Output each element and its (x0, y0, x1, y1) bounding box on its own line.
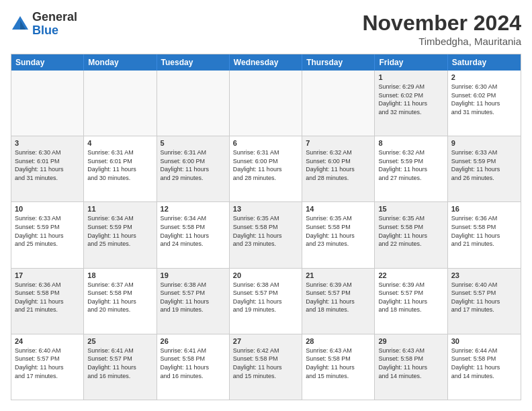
cal-cell-empty-0-2 (157, 71, 230, 136)
cal-cell-day-1: 1Sunrise: 6:29 AM Sunset: 6:02 PM Daylig… (375, 71, 447, 136)
day-number: 30 (451, 337, 517, 345)
cal-cell-day-19: 19Sunrise: 6:38 AM Sunset: 5:57 PM Dayli… (157, 269, 230, 334)
cal-row-2: 10Sunrise: 6:33 AM Sunset: 5:59 PM Dayli… (11, 201, 521, 267)
day-number: 9 (451, 139, 517, 147)
day-info: Sunrise: 6:42 AM Sunset: 5:58 PM Dayligh… (233, 347, 298, 380)
day-number: 28 (306, 337, 371, 345)
day-number: 11 (87, 205, 152, 213)
cal-cell-day-21: 21Sunrise: 6:39 AM Sunset: 5:57 PM Dayli… (302, 269, 375, 334)
day-number: 18 (87, 271, 152, 279)
day-number: 25 (87, 337, 152, 345)
day-info: Sunrise: 6:43 AM Sunset: 5:58 PM Dayligh… (306, 347, 371, 380)
cal-cell-day-10: 10Sunrise: 6:33 AM Sunset: 5:59 PM Dayli… (11, 202, 84, 267)
day-number: 26 (161, 337, 226, 345)
day-number: 10 (15, 205, 80, 213)
calendar-body: 1Sunrise: 6:29 AM Sunset: 6:02 PM Daylig… (11, 71, 521, 400)
day-number: 17 (15, 271, 80, 279)
logo: General Blue (11, 11, 77, 38)
logo-general: General (32, 10, 77, 24)
cal-cell-day-14: 14Sunrise: 6:35 AM Sunset: 5:58 PM Dayli… (302, 202, 375, 267)
day-info: Sunrise: 6:38 AM Sunset: 5:57 PM Dayligh… (161, 281, 226, 314)
day-info: Sunrise: 6:30 AM Sunset: 6:02 PM Dayligh… (451, 83, 517, 116)
header-day-saturday: Saturday (448, 54, 521, 71)
cal-cell-day-26: 26Sunrise: 6:41 AM Sunset: 5:58 PM Dayli… (157, 334, 230, 400)
month-title: November 2024 (362, 11, 521, 36)
cal-cell-empty-0-3 (230, 71, 302, 136)
calendar: SundayMondayTuesdayWednesdayThursdayFrid… (11, 54, 521, 400)
calendar-header: SundayMondayTuesdayWednesdayThursdayFrid… (11, 54, 521, 71)
day-info: Sunrise: 6:35 AM Sunset: 5:58 PM Dayligh… (306, 214, 371, 248)
day-number: 19 (161, 271, 226, 279)
day-number: 6 (233, 139, 298, 147)
day-info: Sunrise: 6:35 AM Sunset: 5:58 PM Dayligh… (233, 214, 298, 248)
header-day-friday: Friday (375, 54, 447, 71)
day-number: 13 (233, 205, 298, 213)
cal-cell-day-18: 18Sunrise: 6:37 AM Sunset: 5:58 PM Dayli… (84, 269, 157, 334)
day-info: Sunrise: 6:33 AM Sunset: 5:59 PM Dayligh… (15, 214, 80, 248)
day-info: Sunrise: 6:40 AM Sunset: 5:57 PM Dayligh… (451, 281, 517, 314)
day-number: 21 (306, 271, 371, 279)
day-number: 23 (451, 271, 517, 279)
cal-cell-day-25: 25Sunrise: 6:41 AM Sunset: 5:57 PM Dayli… (84, 334, 157, 400)
day-number: 1 (378, 73, 443, 81)
header-day-monday: Monday (84, 54, 157, 71)
day-info: Sunrise: 6:39 AM Sunset: 5:57 PM Dayligh… (378, 281, 443, 314)
cal-cell-empty-0-0 (11, 71, 84, 136)
day-info: Sunrise: 6:31 AM Sunset: 6:00 PM Dayligh… (161, 148, 226, 182)
day-number: 8 (378, 139, 443, 147)
day-info: Sunrise: 6:34 AM Sunset: 5:59 PM Dayligh… (87, 214, 152, 248)
day-number: 16 (451, 205, 517, 213)
day-info: Sunrise: 6:31 AM Sunset: 6:01 PM Dayligh… (87, 148, 152, 182)
day-number: 7 (306, 139, 371, 147)
day-info: Sunrise: 6:41 AM Sunset: 5:57 PM Dayligh… (87, 347, 152, 380)
cal-cell-day-17: 17Sunrise: 6:36 AM Sunset: 5:58 PM Dayli… (11, 269, 84, 334)
cal-cell-day-11: 11Sunrise: 6:34 AM Sunset: 5:59 PM Dayli… (84, 202, 157, 267)
day-info: Sunrise: 6:43 AM Sunset: 5:58 PM Dayligh… (378, 347, 443, 380)
day-info: Sunrise: 6:38 AM Sunset: 5:57 PM Dayligh… (233, 281, 298, 314)
day-info: Sunrise: 6:36 AM Sunset: 5:58 PM Dayligh… (451, 214, 517, 248)
day-info: Sunrise: 6:34 AM Sunset: 5:58 PM Dayligh… (161, 214, 226, 248)
logo-blue: Blue (32, 24, 58, 37)
cal-cell-day-13: 13Sunrise: 6:35 AM Sunset: 5:58 PM Dayli… (230, 202, 302, 267)
day-info: Sunrise: 6:37 AM Sunset: 5:58 PM Dayligh… (87, 281, 152, 314)
cal-cell-day-16: 16Sunrise: 6:36 AM Sunset: 5:58 PM Dayli… (448, 202, 521, 267)
day-number: 20 (233, 271, 298, 279)
header-day-wednesday: Wednesday (230, 54, 302, 71)
logo-text: General Blue (32, 11, 77, 38)
cal-row-4: 24Sunrise: 6:40 AM Sunset: 5:57 PM Dayli… (11, 334, 521, 400)
cal-cell-day-7: 7Sunrise: 6:32 AM Sunset: 6:00 PM Daylig… (302, 136, 375, 201)
cal-cell-empty-0-4 (302, 71, 375, 136)
logo-icon (11, 15, 30, 34)
cal-row-1: 3Sunrise: 6:30 AM Sunset: 6:01 PM Daylig… (11, 136, 521, 201)
cal-cell-day-8: 8Sunrise: 6:32 AM Sunset: 5:59 PM Daylig… (375, 136, 447, 201)
cal-cell-day-5: 5Sunrise: 6:31 AM Sunset: 6:00 PM Daylig… (157, 136, 230, 201)
cal-cell-day-20: 20Sunrise: 6:38 AM Sunset: 5:57 PM Dayli… (230, 269, 302, 334)
day-number: 29 (378, 337, 443, 345)
day-number: 5 (161, 139, 226, 147)
cal-cell-day-2: 2Sunrise: 6:30 AM Sunset: 6:02 PM Daylig… (448, 71, 521, 136)
page: General Blue November 2024 Timbedgha, Ma… (0, 0, 532, 411)
day-info: Sunrise: 6:41 AM Sunset: 5:58 PM Dayligh… (161, 347, 226, 380)
cal-cell-day-30: 30Sunrise: 6:44 AM Sunset: 5:58 PM Dayli… (448, 334, 521, 400)
header-day-sunday: Sunday (11, 54, 84, 71)
day-info: Sunrise: 6:40 AM Sunset: 5:57 PM Dayligh… (15, 347, 80, 380)
cal-row-0: 1Sunrise: 6:29 AM Sunset: 6:02 PM Daylig… (11, 71, 521, 136)
location: Timbedgha, Mauritania (362, 36, 521, 47)
day-info: Sunrise: 6:31 AM Sunset: 6:00 PM Dayligh… (233, 148, 298, 182)
cal-cell-day-29: 29Sunrise: 6:43 AM Sunset: 5:58 PM Dayli… (375, 334, 447, 400)
cal-cell-day-24: 24Sunrise: 6:40 AM Sunset: 5:57 PM Dayli… (11, 334, 84, 400)
title-section: November 2024 Timbedgha, Mauritania (362, 11, 521, 47)
cal-cell-day-28: 28Sunrise: 6:43 AM Sunset: 5:58 PM Dayli… (302, 334, 375, 400)
cal-cell-day-23: 23Sunrise: 6:40 AM Sunset: 5:57 PM Dayli… (448, 269, 521, 334)
day-number: 15 (378, 205, 443, 213)
cal-cell-day-4: 4Sunrise: 6:31 AM Sunset: 6:01 PM Daylig… (84, 136, 157, 201)
header-day-thursday: Thursday (302, 54, 375, 71)
day-info: Sunrise: 6:36 AM Sunset: 5:58 PM Dayligh… (15, 281, 80, 314)
day-info: Sunrise: 6:30 AM Sunset: 6:01 PM Dayligh… (15, 148, 80, 182)
day-info: Sunrise: 6:32 AM Sunset: 6:00 PM Dayligh… (306, 148, 371, 182)
day-info: Sunrise: 6:29 AM Sunset: 6:02 PM Dayligh… (378, 83, 443, 116)
day-number: 14 (306, 205, 371, 213)
cal-cell-day-27: 27Sunrise: 6:42 AM Sunset: 5:58 PM Dayli… (230, 334, 302, 400)
day-info: Sunrise: 6:44 AM Sunset: 5:58 PM Dayligh… (451, 347, 517, 380)
cal-cell-day-22: 22Sunrise: 6:39 AM Sunset: 5:57 PM Dayli… (375, 269, 447, 334)
